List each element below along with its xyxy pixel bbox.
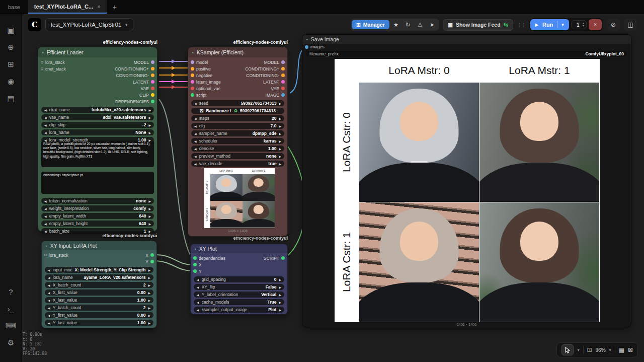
increment-icon[interactable]: ▶ (279, 102, 281, 105)
fit-view-icon[interactable]: ⊡ (587, 346, 592, 353)
decrement-icon[interactable]: ◀ (44, 230, 47, 233)
increment-icon[interactable]: ▶ (279, 117, 281, 120)
collapse-icon[interactable]: ▪ (46, 244, 47, 248)
decrement-icon[interactable]: ◀ (48, 291, 50, 295)
widget-empty-latent-width[interactable]: ◀empty_latent_width640▶ (41, 213, 154, 219)
panel-toggle-icon[interactable]: ◫ (624, 19, 637, 31)
widget-filename-prefix[interactable]: filename_prefixComfyUI\xyplot_00 (306, 51, 627, 57)
input-slot-lora-stack[interactable] (44, 254, 47, 256)
widget-sampler-name[interactable]: ◀sampler_namedpmpp_sde▶ (191, 130, 284, 136)
input-slot-images[interactable] (305, 45, 308, 49)
node-title-bar[interactable]: ▪KSampler (Efficient) (188, 47, 287, 57)
output-slot-vae[interactable] (151, 87, 154, 90)
increment-icon[interactable]: ▶ (279, 132, 281, 135)
increment-icon[interactable]: ▶ (148, 283, 150, 287)
increment-icon[interactable]: ▶ (148, 131, 151, 134)
help-icon[interactable]: ? (4, 284, 18, 299)
collapse-icon[interactable]: ▪ (192, 50, 194, 55)
node-templates-icon[interactable]: ⊕ (4, 40, 18, 54)
input-slot-model[interactable] (191, 60, 194, 64)
decrement-icon[interactable]: ◀ (44, 214, 47, 218)
widget-denoise[interactable]: ◀denoise1.00▶ (191, 146, 284, 152)
increment-icon[interactable]: ▶ (148, 306, 150, 310)
terminal-icon[interactable]: ›_ (4, 302, 18, 316)
collapse-icon[interactable]: ▪ (42, 50, 44, 55)
increment-icon[interactable]: ▶ (148, 207, 151, 210)
decrement-icon[interactable]: ◀ (44, 131, 47, 134)
comfyui-logo[interactable]: C (28, 18, 41, 31)
widget-ckpt-name[interactable]: ◀ckpt_namefudukiMix_v20.safetensors▶ (41, 107, 154, 113)
widget-x-batch-count[interactable]: ◀X_batch_count2▶ (45, 282, 153, 288)
output-slot-y[interactable] (150, 260, 154, 263)
widget-seed[interactable]: ◀seed593927061734313▶ (191, 100, 284, 106)
output-slot-vae[interactable] (281, 87, 285, 90)
input-slot-y[interactable] (193, 269, 197, 273)
widget-ksampler-output-image[interactable]: ◀ksampler_output_imagePlot▶ (194, 307, 284, 313)
decrement-icon[interactable]: ◀ (194, 162, 197, 166)
node-title-bar[interactable]: ▪Efficient Loader (38, 47, 157, 57)
input-slot-x[interactable] (193, 263, 197, 266)
decrement-icon[interactable]: ◀ (194, 117, 197, 120)
node-library-icon[interactable]: ⊞ (4, 57, 18, 71)
input-slot-positive[interactable] (191, 67, 194, 70)
node-title-bar[interactable]: ▪XY Input: LoRA Plot (42, 241, 156, 250)
output-slot-latent[interactable] (281, 80, 285, 84)
run-options-chevron-icon[interactable]: ▾ (561, 22, 564, 27)
increment-icon[interactable]: ▶ (279, 308, 281, 312)
widget-y-last-value[interactable]: ◀Y_last_value1.00▶ (45, 320, 153, 326)
decrement-icon[interactable]: ◀ (48, 306, 50, 310)
increment-icon[interactable]: ▶ (279, 278, 281, 281)
decrement-icon[interactable]: ◀ (194, 124, 197, 128)
decrement-icon[interactable]: ◀ (197, 301, 199, 304)
widget-clip-skip[interactable]: ◀clip_skip-2▶ (41, 122, 154, 128)
widget-token-normalization[interactable]: ◀token_normalizationnone▶ (41, 198, 154, 204)
node-xy-input-lora-plot[interactable]: ▪XY Input: LoRA Plot lora_stackX Y ◀inpu… (41, 241, 157, 328)
widget-weight-interpretation[interactable]: ◀weight_interpretationcomfy▶ (41, 205, 154, 211)
cancel-run-button[interactable]: × (589, 19, 602, 30)
increment-icon[interactable]: ▶ (148, 276, 150, 279)
output-slot-clip[interactable] (151, 93, 154, 97)
decrement-icon[interactable]: ◀ (194, 139, 197, 143)
output-slot-image[interactable] (281, 93, 285, 97)
output-slot-model[interactable] (151, 60, 154, 64)
shortcuts-icon[interactable]: ⌨ (4, 319, 18, 333)
minimap-icon[interactable]: ▦ (619, 346, 624, 353)
zoom-chevron-icon[interactable]: ▾ (609, 348, 611, 352)
decrement-icon[interactable]: ◀ (44, 123, 47, 127)
widget-x-last-value[interactable]: ◀X_last_value1.00▶ (45, 297, 153, 303)
decrement-icon[interactable]: ◀ (44, 199, 47, 203)
output-slot-conditioning-minus[interactable] (151, 74, 154, 77)
widget-preview-method[interactable]: ◀preview_methodnone▶ (191, 153, 284, 159)
decrement-icon[interactable]: ◀ (197, 278, 199, 281)
increment-icon[interactable]: ▶ (148, 230, 151, 233)
widget-y-batch-count[interactable]: ◀Y_batch_count2▶ (45, 305, 153, 311)
increment-icon[interactable]: ▶ (279, 147, 281, 151)
increment-icon[interactable]: ▶ (148, 138, 151, 142)
widget-y-first-value[interactable]: ◀Y_first_value0.00▶ (45, 312, 153, 318)
model-library-icon[interactable]: ◉ (4, 75, 18, 89)
decrement-icon[interactable]: ◀ (194, 147, 197, 151)
workflow-name-dropdown[interactable]: test_XYPlot-LoRA_ClipStr01▾ (45, 18, 133, 31)
workspace-label[interactable]: base (0, 0, 28, 14)
settings-gear-icon[interactable]: ⚙ (4, 336, 18, 350)
collapse-icon[interactable]: ▪ (195, 247, 196, 251)
queue-icon[interactable]: ▣ (4, 23, 18, 37)
decrement-icon[interactable]: ◀ (48, 321, 50, 325)
increment-icon[interactable]: ▶ (279, 139, 281, 143)
show-image-feed-button[interactable]: ▣Show Image Feed⇆ (443, 19, 513, 31)
negative-prompt-textarea[interactable]: embedding:EasyNegative.pt (41, 172, 154, 194)
widget-vae-decode[interactable]: ◀vae_decodetrue▶ (191, 161, 284, 167)
widget-lora-name[interactable]: ◀lora_nameNone▶ (41, 129, 154, 135)
node-title-bar[interactable]: ▪Save Image (302, 35, 631, 44)
toggle-links-icon[interactable]: ⊠ (628, 346, 633, 353)
increment-icon[interactable]: ▶ (148, 214, 151, 218)
widget-grid-spacing[interactable]: ◀grid_spacing0▶ (194, 276, 284, 282)
increment-icon[interactable]: ▶ (279, 162, 281, 166)
decrement-icon[interactable]: ◀ (197, 308, 199, 312)
increment-icon[interactable]: ▶ (148, 321, 150, 325)
workflow-tab[interactable]: test_XYPlot-LoRA_C...× (28, 0, 107, 14)
input-slot-optional-vae[interactable] (191, 87, 194, 90)
increment-icon[interactable]: ▶ (279, 155, 281, 158)
positive-prompt-textarea[interactable]: RAW photo, a portrait photo of 20 y.o ca… (41, 140, 154, 167)
widget-y-label-orientation[interactable]: ◀Y_label_orientationVertical▶ (194, 292, 284, 298)
